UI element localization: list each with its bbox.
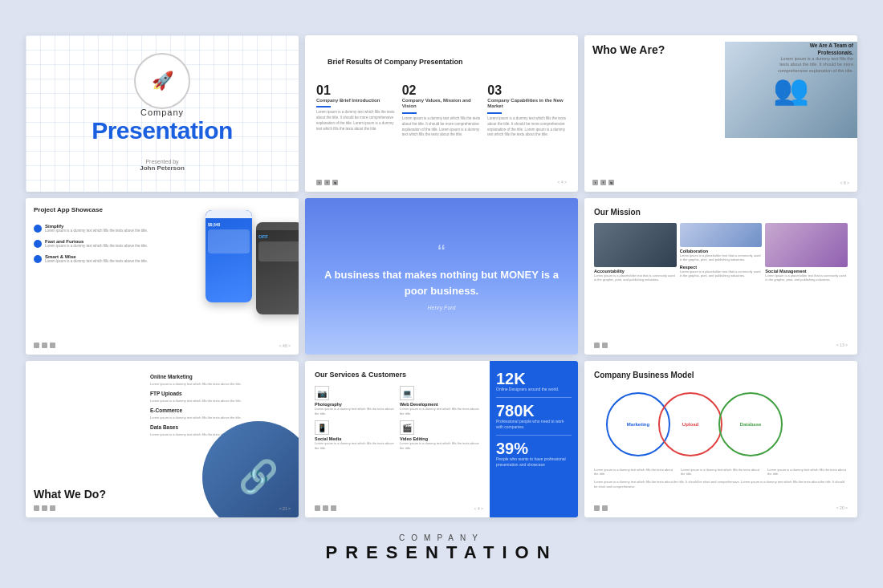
slide2-page: < 4 > [558, 180, 567, 185]
slide-brief-results: Brief Results Of Company Presentation 01… [305, 35, 578, 192]
professionals-title: We Are A Team of Professionals. [773, 42, 853, 56]
serv-photography: 📷 Photography Lorem ipsum is a dummy tex… [315, 386, 395, 416]
mission-card-text-2: Lorem ipsum is a placeholder text that i… [680, 253, 763, 262]
feature-item-2: Fast and Furious Lorem ipsum is a dummy … [34, 239, 148, 248]
brief-col-text-3: Lorem ipsum is a dummy text which fills … [487, 116, 567, 138]
twitter-icon-s8 [315, 505, 320, 511]
ecommerce-title: E-Commerce [150, 408, 292, 413]
marketing-desc: Lorem ipsum is a dummy text which fills … [594, 468, 674, 476]
slide2-footer: t f ig < 4 > [316, 180, 567, 185]
slide9-footer: < 20 > [594, 505, 848, 511]
quote-container: “ A business that makes nothing but MONE… [305, 198, 578, 355]
mission-img-3 [765, 223, 848, 267]
stat-3: 39% People who wants to have professiona… [496, 440, 572, 468]
facebook-icon-s7 [42, 505, 47, 511]
slide2-social: t f ig [316, 180, 338, 185]
title-area: Company Presentation [26, 107, 299, 144]
slides-grid: 🚀 Company Presentation Presented by John… [16, 26, 867, 527]
facebook-icon-s4 [42, 343, 47, 348]
facebook-icon-s3: f [600, 180, 606, 185]
brand-main-label: PRESENTATION [325, 542, 557, 563]
facebook-icon: f [324, 180, 330, 185]
mission-cards-grid: Accountability Lorem ipsum is a placehol… [594, 223, 848, 282]
slide9-social [594, 505, 608, 511]
rocket-icon: 🚀 [152, 71, 173, 91]
mission-card-3: Respect Lorem ipsum is a placeholder tex… [680, 265, 763, 278]
presentation-label: Presentation [26, 117, 299, 144]
facebook-icon-s9 [602, 505, 608, 511]
feature-text-1: Simplify Lorem ipsum is a dummy text whi… [45, 224, 148, 233]
photography-desc: Lorem ipsum is a dummy text which fills … [315, 407, 395, 416]
socialmedia-desc: Lorem ipsum is a dummy text which fills … [315, 441, 395, 450]
stat-label-1: Online Designers around the world. [496, 387, 572, 392]
marketing-label: Marketing [627, 422, 649, 427]
webdev-icon-box: 💻 [400, 386, 414, 400]
ecommerce-desc: Lorem ipsum is a dummy text which fills … [150, 416, 292, 420]
photography-icon-box: 📷 [315, 386, 329, 400]
brief-col-1: 01 Company Brief Introduction Lorem ipsu… [316, 83, 396, 139]
feature-desc-1: Lorem ipsum is a dummy text which fills … [45, 229, 148, 233]
app-showcase-title: Project App Showcase [34, 206, 103, 214]
upload-desc: Lorem ipsum is a dummy text which fills … [681, 468, 761, 476]
brief-col-title-1: Company Brief Introduction [316, 98, 396, 104]
database-desc: Lorem ipsum is a dummy text which fills … [767, 468, 848, 476]
feature-dot-1 [34, 225, 42, 233]
brief-col-title-2: Company Values, Mission and Vision [402, 98, 482, 111]
twitter-icon-s6 [594, 343, 600, 348]
twitter-icon: t [316, 180, 322, 185]
stat-2: 780K Professional people who need to wor… [496, 403, 572, 430]
team-icon: 👥 [773, 73, 809, 107]
stat-num-1: 12K [496, 371, 572, 387]
mission-card-text-4: Lorem ipsum is a placeholder text that i… [765, 274, 848, 282]
stat-divider-1 [496, 397, 572, 398]
mission-img-2 [680, 223, 763, 247]
facebook-icon-s6 [602, 343, 608, 348]
slide-app-showcase: Project App Showcase Simplify Lorem ipsu… [26, 198, 299, 355]
instagram-icon-s8 [331, 505, 336, 511]
slide3-page: < 8 > [840, 180, 849, 185]
phone-notch-1 [205, 210, 252, 218]
brand-top-label: COMPANY [325, 533, 557, 542]
slide3-social: t f ig [592, 180, 614, 185]
phone-2: OFF [256, 222, 299, 314]
brief-results-title: Brief Results Of Company Presentation [316, 47, 567, 77]
webdev-desc: Lorem ipsum is a dummy text which fills … [400, 407, 480, 416]
serv-video-editing: 🎬 Video Editing Lorem ipsum is a dummy t… [400, 420, 480, 450]
stat-label-2: Professional people who need to work wit… [496, 419, 572, 430]
mission-card-1: Accountability Lorem ipsum is a placehol… [594, 223, 677, 282]
stat-num-2: 780K [496, 403, 572, 419]
slide-title: 🚀 Company Presentation Presented by John… [26, 35, 299, 192]
socialmedia-icon-box: 📱 [315, 420, 329, 435]
venn-diagram: Marketing Upload Database [594, 384, 848, 464]
feature-item-3: Smart & Wise Lorem ipsum is a dummy text… [34, 254, 148, 263]
services-customers-title: Our Services & Customers [315, 371, 480, 380]
feature-item-1: Simplify Lorem ipsum is a dummy text whi… [34, 224, 148, 233]
instagram-icon-s4 [50, 343, 55, 348]
stat-num-3: 39% [496, 440, 572, 456]
slide-our-mission: Our Mission Accountability Lorem ipsum i… [584, 198, 857, 355]
feature-dot-3 [34, 255, 42, 263]
services-grid: 📷 Photography Lorem ipsum is a dummy tex… [315, 386, 480, 450]
phone-content-2: OFF [256, 232, 299, 264]
slide-what-we-do: Online Marketing Lorem ipsum is a dummy … [26, 361, 299, 517]
slide8-social [315, 505, 336, 511]
phone-content-1: $9,540 [205, 220, 252, 256]
online-marketing-desc: Lorem ipsum is a dummy text which fills … [150, 382, 292, 386]
twitter-icon-s7 [34, 505, 39, 511]
slide7-social [34, 505, 55, 511]
brief-divider-3 [487, 112, 502, 114]
instagram-icon: ig [332, 180, 338, 185]
brief-num-1: 01 [316, 83, 396, 98]
circle-upload: Upload [658, 392, 722, 456]
slide7-page: < 21 > [279, 506, 291, 511]
presented-by-label: Presented by [26, 159, 299, 164]
upload-label: Upload [682, 422, 698, 427]
mission-card-2: Collaboration Lorem ipsum is a placehold… [680, 223, 763, 262]
business-footer-text: Lorem ipsum is a dummy text which fills … [594, 480, 848, 489]
stat-divider-2 [496, 435, 572, 436]
quote-author: Henry Ford [427, 305, 455, 310]
video-desc: Lorem ipsum is a dummy text which fills … [400, 441, 480, 450]
feature-dot-2 [34, 240, 42, 248]
mission-card-text-3: Lorem ipsum is a placeholder text that i… [680, 270, 763, 278]
instagram-icon-s3: ig [608, 180, 614, 185]
